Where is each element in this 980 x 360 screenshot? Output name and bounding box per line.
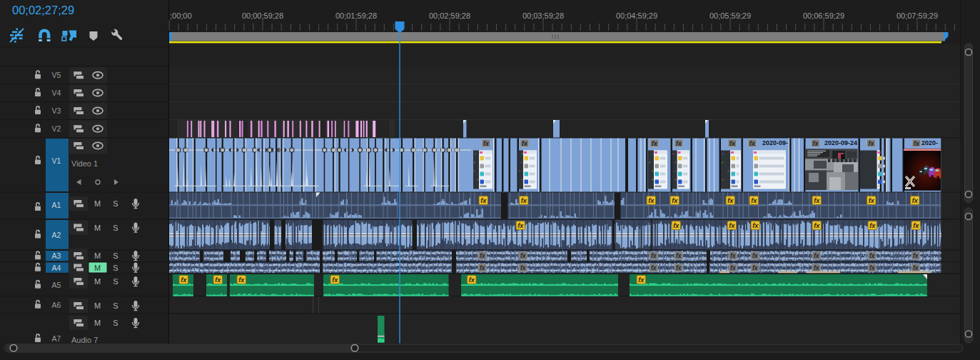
svg-text:M: M [94,199,101,208]
svg-text:fx: fx [181,276,187,284]
svg-text:fx: fx [648,197,655,204]
svg-text:V5: V5 [52,71,61,79]
svg-text:fx: fx [215,276,221,284]
svg-text:M: M [94,301,101,310]
svg-text:00;06;59;29: 00;06;59;29 [803,11,844,20]
svg-text:2020-09-: 2020-09- [762,139,788,146]
svg-text:M: M [94,264,101,272]
svg-text:fx: fx [520,264,527,271]
svg-text:fx: fx [869,252,876,259]
svg-text:fx: fx [914,140,920,147]
svg-text:fx: fx [676,140,682,147]
svg-text:S: S [113,277,118,286]
svg-text:fx: fx [651,264,657,271]
svg-text:fx: fx [913,222,919,229]
svg-text:M: M [94,251,101,260]
svg-text:fx: fx [813,140,819,147]
svg-text:;00;00: ;00;00 [170,11,192,20]
svg-text:fx: fx [480,252,486,259]
svg-text:fx: fx [676,264,682,271]
svg-text:A2: A2 [52,231,61,239]
svg-text:fx: fx [869,140,875,147]
svg-text:fx: fx [752,264,759,271]
svg-text:fx: fx [869,197,875,204]
svg-text:A1: A1 [52,201,61,209]
svg-text:S: S [113,319,118,327]
svg-text:fx: fx [814,264,820,271]
svg-text:fx: fx [814,222,820,229]
svg-text:fx: fx [521,197,527,204]
svg-text:fx: fx [869,264,876,271]
svg-text:00;02;27;29: 00;02;27;29 [12,4,74,16]
svg-text:A3: A3 [52,251,61,260]
svg-text:fx: fx [814,252,820,259]
svg-text:fx: fx [483,140,490,147]
svg-text:V1: V1 [52,156,61,165]
svg-text:S: S [113,224,118,232]
svg-text:fx: fx [913,252,919,259]
svg-text:S: S [113,251,118,260]
svg-text:Audio 7: Audio 7 [71,336,98,344]
svg-text:fx: fx [672,197,678,204]
svg-text:S: S [113,199,118,208]
svg-text:fx: fx [673,222,680,229]
svg-text:fx: fx [749,140,756,147]
svg-text:V4: V4 [52,89,61,97]
svg-text:00;04;59;29: 00;04;59;29 [616,11,657,20]
svg-text:A4: A4 [52,264,61,272]
svg-text:00;02;59;28: 00;02;59;28 [429,11,470,20]
svg-text:M: M [94,277,101,286]
svg-text:fx: fx [522,140,528,147]
svg-text:00;07;59;29: 00;07;59;29 [896,11,938,20]
svg-text:fx: fx [520,252,527,259]
svg-text:Video 1: Video 1 [71,159,98,168]
svg-text:A6: A6 [52,301,61,309]
svg-text:2020-09-24: 2020-09-24 [824,139,857,146]
svg-text:fx: fx [913,264,919,271]
svg-text:fx: fx [676,252,682,259]
svg-text:V2: V2 [52,124,61,133]
svg-text:fx: fx [469,276,475,284]
svg-text:fx: fx [729,222,735,229]
svg-text:fx: fx [652,140,658,147]
svg-text:S: S [113,301,118,310]
svg-text:A7: A7 [52,334,61,343]
svg-text:M: M [94,224,101,232]
svg-text:00;05;59;29: 00;05;59;29 [709,11,751,20]
svg-text:fx: fx [480,197,487,204]
svg-text:fx: fx [751,197,757,204]
svg-text:00;01;59;28: 00;01;59;28 [335,11,377,20]
svg-text:2020-: 2020- [921,139,938,146]
svg-text:fx: fx [869,222,876,229]
svg-text:fx: fx [729,140,736,147]
svg-text:fx: fx [814,197,820,204]
svg-text:fx: fx [238,276,245,284]
svg-text:00;03;59;28: 00;03;59;28 [522,11,564,20]
svg-text:V3: V3 [52,106,61,115]
svg-text:fx: fx [752,252,759,259]
svg-text:A5: A5 [52,281,61,289]
svg-text:S: S [113,264,118,272]
svg-text:00;00;59;28: 00;00;59;28 [242,11,283,20]
svg-text:fx: fx [651,252,657,259]
svg-text:M: M [94,319,101,327]
svg-text:fx: fx [730,264,737,271]
svg-text:fx: fx [912,197,919,204]
svg-text:fx: fx [480,264,486,271]
svg-text:fx: fx [638,276,645,284]
svg-text:fx: fx [730,252,737,259]
svg-text:fx: fx [752,222,759,229]
svg-text:fx: fx [727,197,734,204]
svg-text:fx: fx [517,222,524,229]
svg-text:fx: fx [332,276,338,284]
